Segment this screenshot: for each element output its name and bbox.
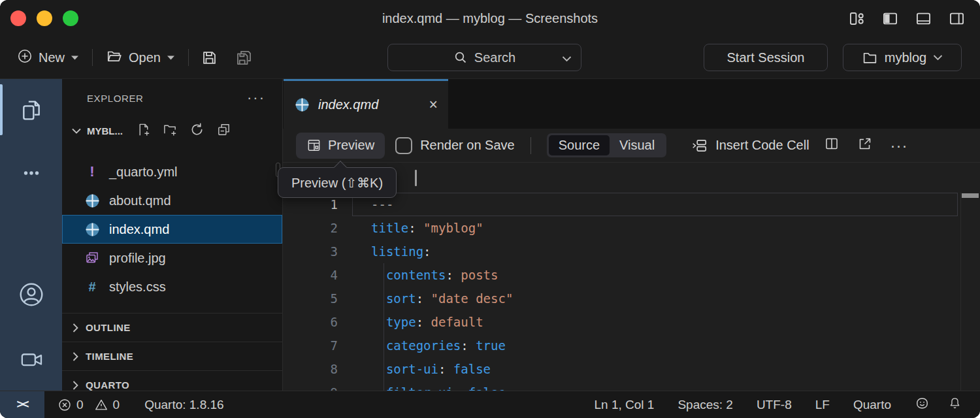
image-icon <box>84 250 100 266</box>
editor-group: index.qmd × Preview Render on Save Sourc… <box>283 79 980 391</box>
activity-account-button[interactable] <box>0 263 62 326</box>
start-session-button[interactable]: Start Session <box>704 44 828 71</box>
refresh-icon[interactable] <box>189 122 204 140</box>
code-line-4[interactable]: 4 contents: posts <box>283 263 980 287</box>
ellipsis-icon <box>20 162 42 184</box>
collapse-all-icon[interactable] <box>216 122 231 140</box>
workspace-switcher-button[interactable]: myblog <box>843 44 962 71</box>
save-button[interactable] <box>197 45 222 71</box>
visual-mode-button[interactable]: Visual <box>610 135 664 155</box>
chevron-down-icon <box>71 127 82 135</box>
code-editor[interactable]: 1---2title: "myblog"3listing:4 contents:… <box>283 193 980 391</box>
workspace-label: myblog <box>885 50 926 65</box>
code-line-9[interactable]: 9 filter-ui: false <box>283 381 980 391</box>
more-actions-icon[interactable]: ··· <box>890 137 908 155</box>
close-tab-icon[interactable]: × <box>429 97 438 112</box>
sidebar-section-timeline[interactable]: TIMELINE <box>62 342 282 370</box>
chevron-right-icon <box>72 380 79 391</box>
editor-action-bar: Preview Render on Save Source Visual Ins… <box>283 129 980 163</box>
toggle-bottom-panel-icon[interactable] <box>915 10 932 27</box>
preview-button-label: Preview <box>328 138 374 153</box>
start-session-label: Start Session <box>727 50 805 65</box>
new-folder-icon[interactable] <box>163 122 178 140</box>
preview-tooltip: Preview (⇧⌘K) <box>278 167 397 198</box>
toggle-left-panel-icon[interactable] <box>881 10 899 27</box>
open-external-icon[interactable] <box>857 136 873 155</box>
new-file-icon[interactable] <box>136 122 151 140</box>
indentation-status[interactable]: Spaces: 2 <box>678 398 733 412</box>
problems-status[interactable]: 0 0 <box>57 398 120 412</box>
folder-icon <box>862 50 878 66</box>
feedback-smiley-icon[interactable] <box>915 396 930 414</box>
code-line-6[interactable]: 6 type: default <box>283 310 980 334</box>
eol-status[interactable]: LF <box>815 398 830 412</box>
search-placeholder: Search <box>474 50 515 65</box>
new-button[interactable]: New <box>12 44 84 71</box>
cursor-position-status[interactable]: Ln 1, Col 1 <box>594 398 654 412</box>
file-item-_quarto.yml[interactable]: !_quarto.yml <box>62 157 282 186</box>
activity-screencast-button[interactable] <box>0 328 62 391</box>
top-action-bar: New Open <box>0 37 980 79</box>
toggle-right-panel-icon[interactable] <box>948 10 966 27</box>
split-editor-icon[interactable] <box>824 136 840 155</box>
render-on-save-checkbox[interactable] <box>395 137 412 154</box>
open-button[interactable]: Open <box>101 44 180 72</box>
separator <box>531 137 531 154</box>
account-icon <box>18 281 45 308</box>
save-all-button[interactable] <box>231 45 257 71</box>
window-title: index.qmd — myblog — Screenshots <box>0 0 980 37</box>
source-mode-button[interactable]: Source <box>549 135 610 155</box>
file-label: about.qmd <box>109 193 171 208</box>
code-line-3[interactable]: 3listing: <box>283 240 980 263</box>
line-number: 9 <box>283 385 338 391</box>
line-number: 7 <box>283 338 338 353</box>
quarto-globe-icon <box>84 221 101 238</box>
preview-button[interactable]: Preview <box>296 133 385 159</box>
insert-code-cell-button[interactable]: Insert Code Cell <box>691 137 809 154</box>
encoding-status[interactable]: UTF-8 <box>757 398 792 412</box>
code-line-5[interactable]: 5 sort: "date desc" <box>283 287 980 310</box>
customize-layout-icon[interactable] <box>848 10 866 27</box>
file-item-profile.jpg[interactable]: profile.jpg <box>62 244 282 272</box>
file-item-about.qmd[interactable]: about.qmd <box>62 186 282 215</box>
files-icon <box>18 97 44 123</box>
file-item-styles.css[interactable]: #styles.css <box>62 272 282 301</box>
open-button-label: Open <box>129 50 161 65</box>
file-item-index.qmd[interactable]: index.qmd <box>62 215 282 244</box>
sidebar-section-outline[interactable]: OUTLINE <box>62 313 282 342</box>
editor-scrollbar[interactable] <box>960 193 980 391</box>
code-line-2[interactable]: 2title: "myblog" <box>283 216 980 240</box>
explorer-sidebar: EXPLORER ··· MYBL... <box>62 79 283 391</box>
chevron-down-icon <box>562 56 572 62</box>
chevron-down-icon <box>71 55 79 61</box>
editor-scrollbar-thumb[interactable] <box>962 193 979 198</box>
activity-explorer-button[interactable] <box>0 79 62 142</box>
activity-bar <box>0 79 62 391</box>
sidebar-section-quarto[interactable]: QUARTO <box>62 370 282 391</box>
code-line-8[interactable]: 8 sort-ui: false <box>283 357 980 381</box>
active-view-indicator <box>0 84 3 135</box>
line-number: 2 <box>283 221 338 235</box>
warning-count: 0 <box>113 398 120 412</box>
preview-report-icon <box>306 138 321 153</box>
current-line-highlight <box>352 193 958 216</box>
quarto-version-status[interactable]: Quarto: 1.8.16 <box>144 398 223 412</box>
sidebar-more-icon[interactable]: ··· <box>247 95 265 101</box>
code-line-7[interactable]: 7 categories: true <box>283 334 980 357</box>
language-mode-status[interactable]: Quarto <box>853 398 891 412</box>
yaml-icon: ! <box>90 163 94 180</box>
line-number: 1 <box>283 197 338 212</box>
file-label: profile.jpg <box>109 251 166 266</box>
error-count: 0 <box>76 398 84 412</box>
error-icon <box>57 398 72 412</box>
remote-indicator[interactable]: >< <box>0 391 44 418</box>
bell-icon[interactable] <box>948 396 962 413</box>
css-hash-icon: # <box>88 280 95 295</box>
search-input[interactable]: Search <box>387 44 581 71</box>
warning-icon <box>94 398 108 412</box>
activity-more-button[interactable] <box>0 142 62 204</box>
workspace-tree-header[interactable]: MYBL... <box>62 113 282 148</box>
tab-index-qmd[interactable]: index.qmd × <box>284 79 448 129</box>
line-number: 5 <box>283 291 338 306</box>
sidebar-sections: OUTLINETIMELINEQUARTO <box>62 313 282 391</box>
